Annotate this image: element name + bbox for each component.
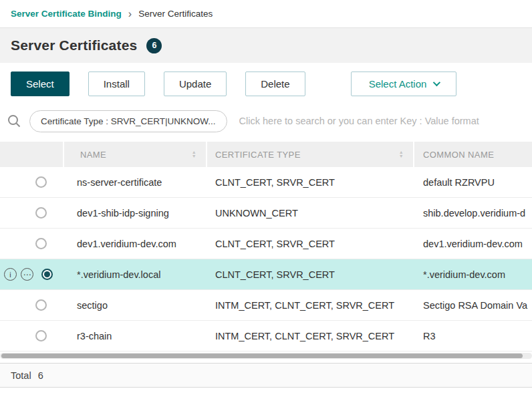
search-bar[interactable]: Certificate Type : SRVR_CERT|UNKNOW... C… — [0, 104, 532, 138]
table-row[interactable]: dev1.veridium-dev.com CLNT_CERT, SRVR_CE… — [0, 229, 532, 259]
row-radio[interactable] — [35, 176, 47, 188]
column-label-name: NAME — [80, 150, 106, 160]
header-cell-name[interactable]: NAME ▲▼ — [64, 142, 207, 167]
table-footer: Total 6 — [0, 363, 532, 388]
scrollbar-thumb[interactable] — [1, 354, 523, 358]
header-cell-radio — [0, 142, 64, 167]
cell-common-name: default RZRVPU — [414, 177, 532, 188]
row-radio[interactable] — [35, 238, 47, 249]
row-radio-checked[interactable] — [41, 269, 53, 280]
chevron-down-icon — [433, 79, 440, 86]
search-placeholder: Click here to search or you can enter Ke… — [239, 116, 479, 126]
cell-name: *.veridium-dev.local — [64, 269, 207, 280]
breadcrumb-parent-link[interactable]: Server Certificate Binding — [11, 9, 122, 19]
cell-certificate-type: CLNT_CERT, SRVR_CERT — [207, 239, 414, 249]
cell-common-name: R3 — [414, 331, 532, 341]
delete-button[interactable]: Delete — [245, 72, 305, 96]
horizontal-scrollbar[interactable] — [0, 353, 532, 359]
cell-name: dev1.veridium-dev.com — [64, 239, 207, 249]
table-row-selected[interactable]: i ⋯ *.veridium-dev.local CLNT_CERT, SRVR… — [0, 259, 532, 290]
select-action-dropdown[interactable]: Select Action — [351, 72, 457, 96]
page-header: Server Certificates 6 — [0, 28, 532, 63]
total-value: 6 — [38, 370, 43, 381]
cell-name: dev1-shib-idp-signing — [64, 208, 207, 219]
cell-certificate-type: CLNT_CERT, SRVR_CERT — [207, 177, 414, 188]
cell-common-name: Sectigo RSA Domain Va — [414, 300, 532, 311]
search-icon — [7, 114, 21, 128]
select-button[interactable]: Select — [11, 72, 70, 96]
cell-certificate-type: UNKNOWN_CERT — [207, 208, 414, 219]
column-label-common-name: COMMON NAME — [423, 150, 494, 160]
table-row[interactable]: dev1-shib-idp-signing UNKNOWN_CERT shib.… — [0, 198, 532, 229]
cell-name: r3-chain — [64, 331, 207, 341]
count-badge: 6 — [146, 38, 162, 53]
table-row[interactable]: ns-server-certificate CLNT_CERT, SRVR_CE… — [0, 167, 532, 198]
sort-icon[interactable]: ▲▼ — [192, 150, 196, 158]
table-header-row: NAME ▲▼ CERTIFICATE TYPE ▲▼ COMMON NAME — [0, 142, 532, 167]
header-cell-certificate-type[interactable]: CERTIFICATE TYPE ▲▼ — [207, 142, 414, 167]
cell-certificate-type: INTM_CERT, CLNT_CERT, SRVR_CERT — [207, 331, 414, 341]
cell-certificate-type: INTM_CERT, CLNT_CERT, SRVR_CERT — [207, 300, 414, 311]
sort-icon[interactable]: ▲▼ — [399, 150, 404, 158]
table-row[interactable]: sectigo INTM_CERT, CLNT_CERT, SRVR_CERT … — [0, 290, 532, 321]
total-label: Total — [11, 370, 31, 381]
cell-certificate-type: CLNT_CERT, SRVR_CERT — [207, 269, 414, 280]
cell-name: sectigo — [64, 300, 207, 311]
row-radio[interactable] — [35, 299, 47, 311]
page-title: Server Certificates — [11, 37, 137, 53]
table-row[interactable]: r3-chain INTM_CERT, CLNT_CERT, SRVR_CERT… — [0, 321, 532, 352]
info-icon[interactable]: i — [4, 268, 17, 281]
breadcrumb-separator-icon: › — [128, 8, 132, 20]
select-action-label: Select Action — [369, 78, 427, 90]
ellipsis-menu-icon[interactable]: ⋯ — [21, 268, 33, 281]
column-label-certificate-type: CERTIFICATE TYPE — [215, 150, 301, 160]
cell-common-name: *.veridium-dev.com — [414, 269, 532, 280]
cell-name: ns-server-certificate — [64, 177, 207, 188]
row-radio[interactable] — [35, 330, 47, 341]
filter-chip[interactable]: Certificate Type : SRVR_CERT|UNKNOW... — [29, 110, 227, 132]
certificates-table: NAME ▲▼ CERTIFICATE TYPE ▲▼ COMMON NAME … — [0, 142, 532, 352]
cell-common-name: dev1.veridium-dev.com — [414, 239, 532, 249]
install-button[interactable]: Install — [88, 72, 145, 96]
cell-common-name: shib.develop.veridium-d — [414, 208, 532, 219]
breadcrumb: Server Certificate Binding › Server Cert… — [0, 0, 532, 28]
header-cell-common-name[interactable]: COMMON NAME — [414, 142, 532, 167]
update-button[interactable]: Update — [164, 72, 227, 96]
row-radio[interactable] — [35, 207, 47, 219]
breadcrumb-current: Server Certificates — [138, 9, 213, 19]
toolbar: Select Install Update Delete Select Acti… — [0, 63, 532, 104]
